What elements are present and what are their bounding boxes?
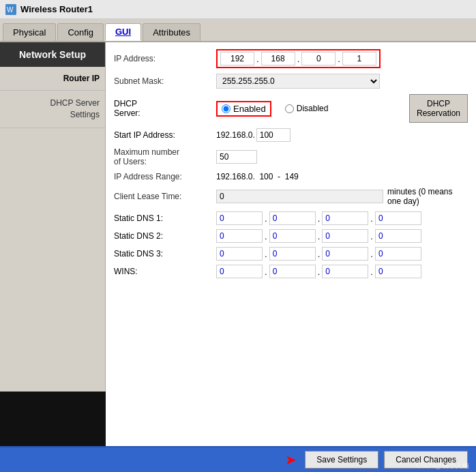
dns1-octet2[interactable] bbox=[269, 211, 316, 225]
app-icon: W bbox=[5, 4, 16, 15]
static-dns1-row: Static DNS 1: . . . bbox=[114, 211, 468, 225]
wins-row: WINS: . . . bbox=[114, 265, 468, 278]
static-dns2-label: Static DNS 2: bbox=[114, 231, 216, 241]
sidebar: Network Setup Router IP DHCP ServerSetti… bbox=[0, 42, 106, 446]
wins-octet2[interactable] bbox=[269, 265, 316, 278]
max-users-row: Maximum numberof Users: bbox=[114, 147, 468, 166]
start-ip-label: Start IP Address: bbox=[114, 130, 216, 140]
tab-attributes[interactable]: Attributes bbox=[143, 23, 200, 41]
start-ip-row: Start IP Address: 192.168.0. bbox=[114, 128, 468, 142]
dns1-octet1[interactable] bbox=[216, 211, 263, 225]
dhcp-disabled-radio[interactable] bbox=[285, 104, 294, 113]
tabs-bar: Physical Config GUI Attributes bbox=[0, 19, 476, 42]
dns3-ip-group: . . . bbox=[216, 247, 421, 261]
dns3-octet3[interactable] bbox=[322, 247, 368, 261]
tab-gui[interactable]: GUI bbox=[105, 23, 141, 41]
ip-octet-4[interactable] bbox=[342, 52, 376, 65]
save-settings-button[interactable]: Save Settings bbox=[305, 451, 378, 469]
subnet-mask-row: Subnet Mask: 255.255.255.0 bbox=[114, 74, 468, 89]
static-dns3-label: Static DNS 3: bbox=[114, 249, 216, 259]
dns3-octet1[interactable] bbox=[216, 247, 263, 261]
dhcp-enabled-label: Enabled bbox=[233, 104, 266, 114]
dhcp-reservation-button[interactable]: DHCPReservation bbox=[409, 94, 468, 123]
dhcp-options: Enabled Disabled bbox=[216, 101, 409, 117]
dns2-octet3[interactable] bbox=[322, 229, 368, 243]
black-box bbox=[0, 392, 106, 446]
dhcp-enabled-option: Enabled bbox=[216, 101, 271, 117]
sidebar-header: Network Setup bbox=[0, 42, 105, 67]
max-users-input[interactable] bbox=[216, 150, 257, 164]
save-arrow-icon: ➤ bbox=[285, 452, 297, 468]
ip-address-row: IP Address: . . . bbox=[114, 49, 468, 68]
dhcp-server-row: DHCPServer: Enabled Disabled DHCPReserva… bbox=[114, 94, 468, 123]
dns3-octet2[interactable] bbox=[269, 247, 316, 261]
wins-octet3[interactable] bbox=[322, 265, 368, 278]
ip-address-label: IP Address: bbox=[114, 54, 216, 63]
dns2-octet4[interactable] bbox=[375, 229, 421, 243]
client-lease-input[interactable] bbox=[216, 190, 383, 203]
main-layout: Network Setup Router IP DHCP ServerSetti… bbox=[0, 42, 476, 446]
title-bar: W Wireless Router1 bbox=[0, 0, 476, 19]
wins-ip-group: . . . bbox=[216, 265, 421, 278]
client-lease-row: Client Lease Time: minutes (0 means one … bbox=[114, 187, 468, 206]
wins-octet4[interactable] bbox=[375, 265, 421, 278]
static-dns1-label: Static DNS 1: bbox=[114, 213, 216, 223]
start-ip-input[interactable] bbox=[256, 128, 291, 142]
ip-octet-1[interactable] bbox=[220, 52, 254, 65]
dhcp-disabled-option: Disabled bbox=[285, 104, 329, 113]
ip-range-label: IP Address Range: bbox=[114, 172, 216, 181]
ip-address-group: . . . bbox=[216, 49, 381, 68]
subnet-mask-select[interactable]: 255.255.255.0 bbox=[216, 74, 380, 89]
content-area: IP Address: . . . Subnet Mask: 255.255.2… bbox=[106, 42, 476, 446]
sidebar-item-router-ip[interactable]: Router IP bbox=[0, 67, 105, 91]
dns1-ip-group: . . . bbox=[216, 211, 421, 225]
start-ip-prefix: 192.168.0. bbox=[216, 130, 255, 140]
dhcp-server-label: DHCPServer: bbox=[114, 99, 216, 118]
client-lease-suffix: minutes (0 means one day) bbox=[387, 187, 468, 206]
dns1-octet4[interactable] bbox=[375, 211, 421, 225]
dns3-octet4[interactable] bbox=[375, 247, 421, 261]
max-users-label: Maximum numberof Users: bbox=[114, 147, 216, 166]
tab-physical[interactable]: Physical bbox=[3, 23, 56, 41]
dns2-octet1[interactable] bbox=[216, 229, 263, 243]
window-title: Wireless Router1 bbox=[20, 4, 93, 14]
ip-dot-2: . bbox=[295, 54, 302, 64]
ip-dot-1: . bbox=[254, 54, 261, 64]
tab-config[interactable]: Config bbox=[57, 23, 104, 41]
ip-octet-2[interactable] bbox=[261, 52, 295, 65]
dns1-octet3[interactable] bbox=[322, 211, 368, 225]
static-dns3-row: Static DNS 3: . . . bbox=[114, 247, 468, 261]
ip-range-value: 192.168.0. 100 - 149 bbox=[216, 172, 299, 181]
start-ip-group: 192.168.0. bbox=[216, 128, 291, 142]
subnet-mask-label: Subnet Mask: bbox=[114, 76, 216, 86]
wins-label: WINS: bbox=[114, 267, 216, 276]
client-lease-label: Client Lease Time: bbox=[114, 192, 216, 201]
dhcp-enabled-radio[interactable] bbox=[222, 104, 230, 113]
dhcp-disabled-label: Disabled bbox=[297, 104, 329, 113]
dns2-octet2[interactable] bbox=[269, 229, 316, 243]
static-dns2-row: Static DNS 2: . . . bbox=[114, 229, 468, 243]
footer-bar: ➤ Save Settings Cancel Changes CSDN@橘小人楠 bbox=[0, 446, 476, 472]
dns2-ip-group: . . . bbox=[216, 229, 421, 243]
svg-text:W: W bbox=[7, 6, 14, 14]
watermark: CSDN@橘小人楠 bbox=[416, 461, 470, 471]
wins-octet1[interactable] bbox=[216, 265, 263, 278]
ip-dot-3: . bbox=[336, 54, 342, 64]
sidebar-item-dhcp[interactable]: DHCP ServerSettings bbox=[0, 91, 105, 128]
ip-octet-3[interactable] bbox=[301, 52, 336, 65]
ip-range-row: IP Address Range: 192.168.0. 100 - 149 bbox=[114, 172, 468, 181]
